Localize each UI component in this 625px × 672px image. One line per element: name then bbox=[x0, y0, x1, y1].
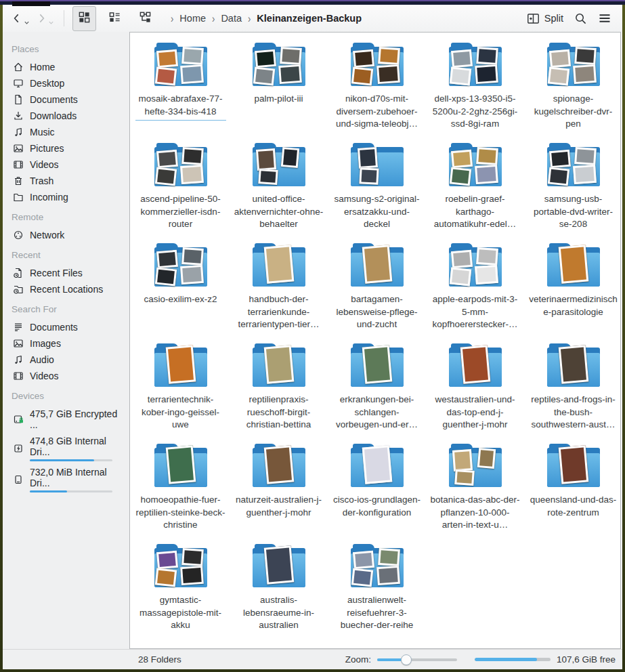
sidebar-item-documents[interactable]: Documents bbox=[3, 319, 129, 335]
music-icon bbox=[13, 354, 24, 365]
breadcrumb-item[interactable]: Home bbox=[179, 13, 206, 24]
folder-icon bbox=[348, 343, 406, 390]
folder-preview-thumbnail bbox=[255, 148, 276, 171]
folder-name: dell-xps-13-9350-i5-5200u-2-2ghz-256gi-s… bbox=[430, 93, 521, 131]
music-icon bbox=[13, 127, 24, 138]
sidebar-item-recent-locations[interactable]: Recent Locations bbox=[3, 281, 129, 297]
back-icon bbox=[11, 12, 23, 24]
forward-button[interactable] bbox=[34, 9, 56, 27]
sidebar-item-recent-files[interactable]: Recent Files bbox=[3, 265, 129, 281]
download-icon bbox=[13, 110, 24, 121]
folder-preview-thumbnail bbox=[165, 345, 196, 383]
folder-item[interactable]: samsung-s2-original-ersatzakku-und-decke… bbox=[328, 140, 426, 240]
breadcrumb-item[interactable]: Kleinanzeigen-Backup bbox=[257, 13, 362, 24]
folder-item[interactable]: handbuch-der-terrarienkunde-terrarientyp… bbox=[230, 240, 328, 340]
hamburger-menu-button[interactable] bbox=[594, 8, 616, 28]
sidebar-item-videos[interactable]: Videos bbox=[3, 156, 129, 173]
folder-item[interactable]: botanica-das-abc-der-pflanzen-10-000-art… bbox=[426, 440, 524, 541]
folder-preview-thumbnail bbox=[181, 47, 204, 65]
folder-item[interactable]: united-office-aktenvernichter-ohne-behae… bbox=[230, 140, 328, 240]
folder-icon bbox=[544, 443, 603, 490]
sidebar-item-images[interactable]: Images bbox=[3, 335, 129, 352]
icons-view-button[interactable] bbox=[72, 6, 96, 31]
recent-folder-icon bbox=[13, 284, 24, 295]
sidebar-item-label: 732,0 MiB Internal Dri... bbox=[30, 467, 107, 488]
folder-icon bbox=[250, 343, 308, 390]
status-bar: 28 Folders Zoom: 107,6 GiB free bbox=[3, 649, 622, 669]
sidebar-section-title: Devices bbox=[3, 384, 129, 406]
folder-item[interactable]: terrarientechnik-kober-ingo-geissel-uwe bbox=[131, 340, 230, 440]
folder-icon bbox=[152, 443, 210, 490]
folder-item[interactable]: naturzeit-australien-j-guenther-j-mohr bbox=[230, 440, 328, 541]
sidebar-item-music[interactable]: Music bbox=[3, 124, 129, 140]
compact-view-button[interactable] bbox=[103, 6, 127, 31]
zoom-label: Zoom: bbox=[345, 654, 371, 665]
sidebar-item-732-0-mib-internal-dri[interactable]: 732,0 MiB Internal Dri... bbox=[3, 464, 129, 495]
folder-item[interactable]: apple-earpods-mit-3-5-mm-kopfhoerersteck… bbox=[426, 240, 524, 340]
sidebar-item-pictures[interactable]: Pictures bbox=[3, 140, 129, 156]
folder-preview-thumbnail bbox=[450, 150, 472, 169]
folder-item[interactable]: queensland-und-das-rote-zentrum bbox=[524, 440, 621, 541]
sidebar-item-label: 474,8 GiB Internal Dri... bbox=[30, 436, 106, 457]
folder-preview-thumbnail bbox=[460, 345, 490, 383]
folder-item[interactable]: palm-pilot-iii bbox=[230, 39, 328, 140]
search-button[interactable] bbox=[570, 9, 591, 28]
folder-icon bbox=[446, 42, 504, 89]
zoom-slider-handle[interactable] bbox=[401, 654, 412, 665]
folder-item[interactable]: westaustralien-und-das-top-end-j-guenthe… bbox=[426, 340, 524, 440]
folder-item[interactable]: cisco-ios-grundlagen-der-konfiguration bbox=[328, 440, 426, 541]
folder-item[interactable]: reptilienpraxis-rueschoff-birgit-christi… bbox=[230, 340, 328, 440]
sidebar-item-network[interactable]: Network bbox=[3, 227, 129, 243]
folder-name: handbuch-der-terrarienkunde-terrarientyp… bbox=[234, 293, 324, 331]
back-button[interactable] bbox=[9, 9, 31, 27]
folder-view[interactable]: mosaik-abrafaxe-77-hefte-334-bis-418 pal… bbox=[129, 32, 621, 649]
sidebar-item-474-8-gib-internal-dri[interactable]: 474,8 GiB Internal Dri... bbox=[3, 433, 129, 464]
folder-item[interactable]: erkrankungen-bei-schlangen-vorbeugen-und… bbox=[328, 340, 426, 440]
folder-icon bbox=[152, 343, 210, 390]
split-button[interactable]: Split bbox=[523, 9, 567, 28]
sidebar-item-audio[interactable]: Audio bbox=[3, 352, 129, 368]
sidebar-item-label: Videos bbox=[30, 371, 59, 381]
sidebar-item-downloads[interactable]: Downloads bbox=[3, 108, 129, 124]
desktop-icon bbox=[13, 78, 24, 89]
folder-preview-thumbnail bbox=[351, 67, 372, 86]
sidebar-item-documents[interactable]: Documents bbox=[3, 91, 129, 108]
compact-view-icon bbox=[108, 11, 121, 24]
sidebar-item-incoming[interactable]: Incoming bbox=[3, 189, 129, 205]
sidebar-item-trash[interactable]: Trash bbox=[3, 173, 129, 189]
window-top-notch bbox=[12, 1, 50, 6]
sidebar-item-home[interactable]: Home bbox=[3, 59, 129, 75]
free-space-label: 107,6 GiB free bbox=[557, 654, 616, 665]
folder-item[interactable]: samsung-usb-portable-dvd-writer-se-208 bbox=[524, 140, 621, 240]
sidebar-item-videos[interactable]: Videos bbox=[3, 368, 129, 384]
zoom-slider[interactable] bbox=[377, 654, 457, 665]
folder-item[interactable]: casio-exilim-ex-z2 bbox=[131, 240, 230, 340]
folder-item[interactable]: gymtastic-massagepistole-mit-akku bbox=[131, 541, 230, 641]
folder-icon bbox=[446, 142, 504, 190]
details-view-button[interactable] bbox=[133, 6, 157, 31]
folder-item[interactable]: spionage-kugelschreiber-dvr-pen bbox=[524, 39, 621, 140]
folder-preview-thumbnail bbox=[278, 64, 302, 84]
folder-item[interactable]: australis-lebensraeume-in-australien bbox=[230, 541, 328, 641]
folder-preview-thumbnail bbox=[362, 445, 392, 484]
folder-item[interactable]: nikon-d70s-mit-diversem-zubehoer-und-sig… bbox=[328, 39, 426, 140]
folder-item[interactable]: bartagamen-lebensweise-pflege-und-zucht bbox=[328, 240, 426, 340]
folder-item[interactable]: roebelin-graef-karthago-automatikuhr-ede… bbox=[426, 140, 524, 240]
folder-item[interactable]: ascend-pipeline-50-kommerzieller-isdn-ro… bbox=[131, 140, 230, 240]
sidebar-section-title: Recent bbox=[3, 243, 129, 265]
folder-item[interactable]: mosaik-abrafaxe-77-hefte-334-bis-418 bbox=[131, 39, 230, 140]
folder-preview-thumbnail bbox=[258, 169, 278, 185]
folder-item[interactable]: veterinaermedizinische-parasitologie bbox=[524, 240, 621, 340]
sidebar-item-label: Documents bbox=[30, 94, 78, 105]
breadcrumb-item[interactable]: Data bbox=[221, 13, 242, 24]
folder-item[interactable]: australienwelt-reisefuehrer-3-buecher-de… bbox=[328, 541, 426, 641]
trash-icon bbox=[13, 175, 24, 186]
folder-item[interactable]: dell-xps-13-9350-i5-5200u-2-2ghz-256gi-s… bbox=[426, 39, 524, 140]
folder-item[interactable]: reptiles-and-frogs-in-the-bush-southwest… bbox=[524, 340, 621, 440]
folder-item[interactable]: homoeopathie-fuer-reptilien-steinke-beck… bbox=[131, 440, 230, 541]
search-icon bbox=[574, 12, 587, 25]
folder-icon bbox=[446, 443, 504, 490]
sidebar-item-475-7-gib-encrypted[interactable]: 475,7 GiB Encrypted ... bbox=[3, 406, 129, 433]
sidebar-item-desktop[interactable]: Desktop bbox=[3, 75, 129, 91]
folder-preview-thumbnail bbox=[558, 445, 588, 484]
